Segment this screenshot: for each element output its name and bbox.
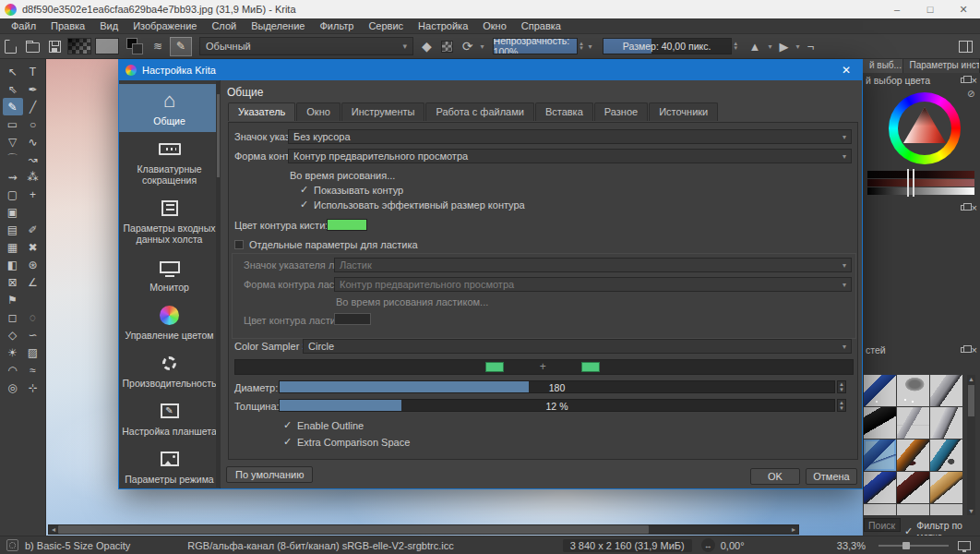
cancel-button[interactable]: Отмена xyxy=(806,468,857,485)
close-panel-icon[interactable]: × xyxy=(972,203,977,212)
chevron-down-icon[interactable]: ▾ xyxy=(589,42,592,51)
pointer-icon-combo[interactable]: Без курсора▾ xyxy=(288,129,852,144)
sampler-shape-combo[interactable]: Circle▾ xyxy=(303,339,852,354)
rotation-icon[interactable]: ↔ xyxy=(701,538,715,552)
dialog-close-icon[interactable]: ✕ xyxy=(831,64,862,77)
size-spinner[interactable]: ▲▼ xyxy=(732,38,740,54)
colorspace-label[interactable]: RGB/альфа-канал (8-бит/канал) sRGB-elle-… xyxy=(187,540,453,551)
dialog-tab[interactable]: Работа с файлами xyxy=(425,102,533,121)
scroll-right-icon[interactable]: ▸ xyxy=(789,525,798,534)
rect-select-tool[interactable]: ◻ xyxy=(3,308,23,326)
scroll-up-icon[interactable]: ▲ xyxy=(967,376,975,382)
eraser-mode-icon[interactable]: ◆ xyxy=(422,39,432,54)
close-button[interactable]: ✕ xyxy=(947,0,980,18)
ellipse-tool[interactable]: ○ xyxy=(23,115,43,133)
opacity-spinner[interactable]: ▲▼ xyxy=(578,38,586,54)
reference-images-tool[interactable]: ⚑ xyxy=(3,291,23,308)
black-ink-brush[interactable] xyxy=(864,407,896,439)
zoom-value[interactable]: 33,3% xyxy=(837,540,866,551)
magnetic-select-tool[interactable]: ≈ xyxy=(23,361,43,379)
minimize-button[interactable]: – xyxy=(880,0,914,18)
dialog-tab[interactable]: Источники xyxy=(649,102,718,121)
transform-tool[interactable]: ▢ xyxy=(3,186,23,203)
gray-airbrush[interactable] xyxy=(897,375,929,406)
freehand-path-tool[interactable]: ↝ xyxy=(23,151,43,168)
dialog-tab[interactable]: Вставка xyxy=(535,102,593,121)
gear-icon[interactable]: Производительность xyxy=(119,346,220,394)
line-tool[interactable]: ╱ xyxy=(23,98,43,115)
color-triangle[interactable] xyxy=(902,105,948,151)
menu-item[interactable]: Окно xyxy=(475,20,514,31)
float-panel-icon[interactable] xyxy=(961,347,967,353)
bezier-curve-tool[interactable]: ⌒ xyxy=(3,151,23,168)
dialog-tab[interactable]: Разное xyxy=(594,102,648,121)
scrollbar-thumb[interactable] xyxy=(58,525,649,534)
workspace-chooser-icon[interactable] xyxy=(959,41,973,53)
silver-pen[interactable] xyxy=(897,407,929,439)
menu-item[interactable]: Файл xyxy=(4,20,43,31)
docker-tab-tool-options[interactable]: Параметры инст... xyxy=(903,59,980,73)
keyboard-icon[interactable]: Клавиатурные сокращения xyxy=(119,132,220,191)
smart-patch-tool[interactable]: ✖ xyxy=(23,238,43,256)
similar-select-tool[interactable]: ▨ xyxy=(23,343,43,361)
pan-tool[interactable]: ⊹ xyxy=(23,379,43,396)
color-bar-2[interactable] xyxy=(867,179,974,187)
dialog-titlebar[interactable]: Настройка Krita ✕ xyxy=(119,60,862,80)
open-document-icon[interactable] xyxy=(26,40,40,53)
scroll-down-icon[interactable]: ▼ xyxy=(967,508,975,514)
zoom-slider[interactable] xyxy=(878,545,949,547)
maximize-button[interactable]: □ xyxy=(914,0,947,18)
color-bar-1[interactable] xyxy=(867,171,974,178)
preset[interactable] xyxy=(930,504,962,515)
fit-screen-icon[interactable] xyxy=(958,541,971,550)
orange-detail-brush[interactable] xyxy=(897,440,929,471)
wrap-around-icon[interactable]: ⌐ xyxy=(807,40,815,54)
home-icon[interactable]: ⌂ Общие xyxy=(119,84,220,132)
multibrush-tool[interactable]: ⁂ xyxy=(23,168,43,186)
menu-item[interactable]: Вид xyxy=(92,20,125,31)
opacity-slider[interactable]: Непрозрачность: 100% xyxy=(493,38,578,54)
chevron-down-icon[interactable]: ▾ xyxy=(796,42,800,51)
polygon-tool[interactable]: ▽ xyxy=(3,133,23,151)
float-panel-icon[interactable] xyxy=(961,205,967,211)
calligraphy-tool[interactable]: ✒ xyxy=(23,80,43,98)
text-tool[interactable]: T xyxy=(23,63,43,80)
edit-shapes-tool[interactable]: ⇖ xyxy=(3,80,23,98)
spacer[interactable] xyxy=(23,291,43,308)
new-document-icon[interactable] xyxy=(5,40,17,54)
preserve-alpha-icon[interactable] xyxy=(441,41,453,53)
color-bar-3[interactable] xyxy=(867,187,974,195)
brush-editor-icon[interactable]: ✎ xyxy=(170,37,192,56)
blue-marker[interactable] xyxy=(864,375,896,406)
freehand-select-tool[interactable]: ∽ xyxy=(23,326,43,343)
menu-item[interactable]: Настройка xyxy=(411,20,475,31)
image-dimensions[interactable]: 3 840 x 2 160 (31,9 МиБ) xyxy=(563,539,692,552)
chevron-down-icon[interactable]: ▾ xyxy=(768,42,771,51)
metal-nib-pen[interactable] xyxy=(930,375,962,406)
brush-preset-status-icon[interactable] xyxy=(6,539,18,551)
outline-color-swatch[interactable] xyxy=(327,219,367,231)
blue-pencil[interactable] xyxy=(864,472,896,503)
bezier-select-tool[interactable]: ◠ xyxy=(3,361,23,379)
close-panel-icon[interactable]: × xyxy=(972,345,977,355)
menu-item[interactable]: Выделение xyxy=(244,20,312,31)
rectangle-tool[interactable]: ▭ xyxy=(3,115,23,133)
extra-comparison-checkbox[interactable]: ✓ Extra Comparison Space xyxy=(282,436,410,448)
brush-search-input[interactable]: Поиск xyxy=(864,518,901,532)
sidebar-scrollbar[interactable] xyxy=(216,81,221,488)
polyline-tool[interactable]: ∿ xyxy=(23,133,43,151)
eraser-separate-checkbox[interactable]: Отдельные параметры для ластика xyxy=(234,239,418,250)
float-panel-icon[interactable] xyxy=(961,78,967,83)
brush-grid-scrollbar[interactable]: ▲ ▼ xyxy=(967,375,975,515)
magic-wand-select-tool[interactable]: ☀ xyxy=(3,343,23,361)
effective-size-checkbox[interactable]: ✓ Использовать эффективный размер контур… xyxy=(299,199,525,211)
diameter-spinner[interactable]: ▲▼ xyxy=(837,380,846,393)
preset[interactable] xyxy=(864,504,896,515)
ok-button[interactable]: OK xyxy=(750,468,800,485)
gradient-chooser[interactable] xyxy=(67,38,91,54)
color-bar-marker[interactable] xyxy=(907,169,909,197)
pointer-tool[interactable]: ↖ xyxy=(3,63,23,80)
preset[interactable] xyxy=(897,504,929,515)
pattern-edit-tool[interactable]: ▦ xyxy=(3,238,23,256)
dialog-tab[interactable]: Инструменты xyxy=(341,102,425,121)
